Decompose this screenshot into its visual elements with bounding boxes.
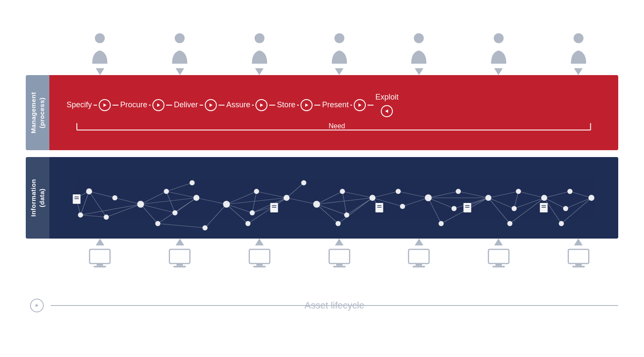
lifecycle-play-button[interactable] — [30, 299, 44, 312]
svg-marker-12 — [358, 103, 361, 107]
svg-rect-142 — [173, 266, 186, 268]
process-step-specify: Specify — [67, 100, 92, 109]
play-button-deliver[interactable] — [205, 99, 217, 111]
monitor-icon — [567, 248, 590, 269]
svg-point-94 — [194, 195, 200, 201]
arrow-up-icon — [494, 239, 503, 245]
person-col — [219, 31, 299, 75]
information-band: Information (data) — [26, 157, 618, 239]
svg-marker-9 — [210, 103, 213, 107]
connector — [297, 105, 299, 106]
svg-text:Need: Need — [328, 122, 345, 130]
network-graph — [49, 157, 618, 239]
svg-point-2 — [255, 33, 264, 43]
svg-rect-138 — [97, 263, 103, 266]
play-button-specify[interactable] — [99, 99, 111, 111]
monitor-icon — [168, 248, 191, 269]
svg-point-114 — [516, 189, 521, 194]
connector — [94, 105, 97, 106]
step-label-procure: Procure — [120, 100, 147, 109]
svg-line-22 — [115, 198, 141, 204]
management-band: Management (process) Specify Procure — [26, 75, 618, 150]
person-col — [299, 31, 379, 75]
person-icon — [250, 31, 269, 66]
svg-marker-10 — [260, 103, 263, 107]
svg-line-84 — [514, 191, 519, 209]
svg-line-69 — [514, 198, 544, 209]
play-button-present[interactable] — [354, 99, 366, 111]
svg-point-117 — [541, 195, 547, 201]
arrow-up-icon — [415, 239, 423, 245]
svg-point-107 — [396, 189, 401, 194]
svg-rect-134 — [540, 203, 548, 212]
exploit-group: Exploit — [375, 93, 398, 117]
computer-col — [140, 239, 220, 269]
monitor-icon — [407, 248, 431, 269]
connector — [166, 105, 172, 106]
svg-line-37 — [227, 191, 257, 204]
people-row — [26, 9, 618, 75]
step-label-present: Present — [322, 100, 349, 109]
svg-line-58 — [428, 191, 459, 198]
svg-point-96 — [223, 201, 230, 208]
svg-line-43 — [287, 198, 317, 204]
svg-point-90 — [164, 189, 169, 194]
monitor-icon — [487, 248, 510, 269]
svg-point-116 — [507, 221, 513, 226]
process-step-deliver: Deliver — [174, 100, 198, 109]
step-label-specify: Specify — [67, 100, 92, 109]
computer-col — [538, 239, 618, 269]
play-button-procure[interactable] — [152, 99, 164, 111]
svg-line-53 — [373, 191, 398, 198]
computer-col — [219, 239, 299, 269]
svg-point-1 — [175, 33, 185, 43]
svg-line-65 — [489, 191, 519, 198]
svg-line-60 — [428, 198, 441, 224]
svg-line-78 — [167, 191, 175, 213]
svg-point-113 — [486, 195, 492, 201]
svg-marker-158 — [36, 304, 39, 307]
svg-rect-153 — [495, 263, 502, 266]
svg-point-118 — [568, 189, 573, 194]
svg-line-28 — [141, 204, 175, 213]
play-button-store[interactable] — [301, 99, 313, 111]
need-feedback-svg: Need — [73, 123, 601, 137]
svg-line-39 — [227, 204, 248, 224]
arrow-down-icon — [176, 68, 184, 75]
arrow-down-icon — [335, 68, 343, 75]
svg-point-108 — [400, 204, 405, 209]
svg-rect-128 — [376, 203, 383, 212]
monitor-icon — [328, 248, 351, 269]
connector — [350, 105, 352, 106]
svg-point-106 — [370, 195, 376, 201]
svg-line-80 — [252, 191, 257, 213]
svg-marker-8 — [157, 103, 160, 107]
svg-line-41 — [252, 198, 287, 213]
svg-line-59 — [428, 198, 454, 209]
svg-line-40 — [257, 191, 287, 198]
svg-point-103 — [340, 189, 345, 194]
computer-col — [60, 239, 140, 269]
svg-line-35 — [158, 224, 205, 228]
svg-point-87 — [104, 215, 109, 220]
svg-point-5 — [494, 33, 504, 43]
play-button-assure[interactable] — [255, 99, 267, 111]
lifecycle-bar: Asset lifecycle — [26, 299, 618, 312]
svg-line-71 — [544, 191, 570, 198]
main-diagram: Management (process) Specify Procure — [26, 9, 618, 312]
play-button-exploit-down[interactable] — [381, 105, 393, 117]
process-flow: Specify Procure Deliver — [67, 93, 601, 117]
need-feedback-row: Need — [67, 123, 601, 137]
svg-line-24 — [81, 204, 141, 215]
svg-line-66 — [489, 198, 514, 209]
person-col — [379, 31, 459, 75]
svg-line-27 — [141, 191, 167, 204]
computers-row — [26, 239, 618, 294]
svg-rect-151 — [413, 266, 425, 268]
arrow-up-icon — [176, 239, 184, 245]
monitor-icon — [88, 248, 112, 269]
svg-line-68 — [519, 191, 544, 198]
svg-line-23 — [106, 204, 141, 217]
svg-rect-156 — [575, 263, 582, 266]
svg-rect-144 — [256, 263, 263, 266]
